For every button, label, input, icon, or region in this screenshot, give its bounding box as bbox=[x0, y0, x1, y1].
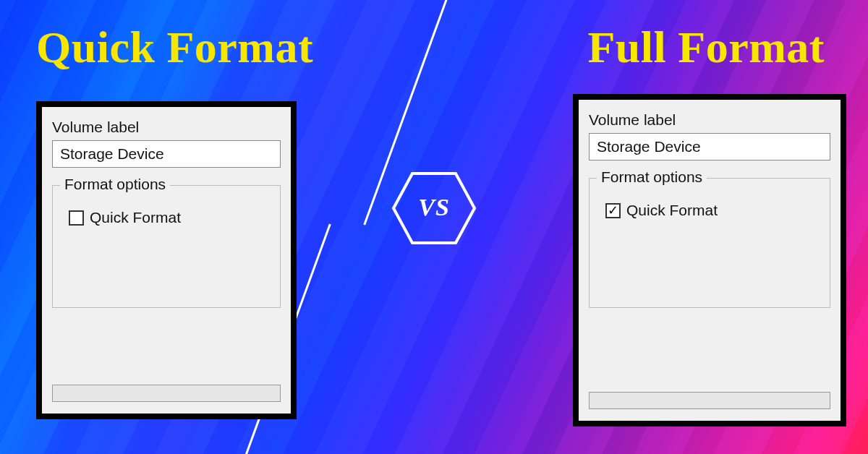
vs-badge: VS bbox=[391, 171, 477, 246]
volume-label-caption: Volume label bbox=[589, 111, 830, 129]
quick-format-row: Quick Format bbox=[69, 209, 268, 226]
volume-label-input[interactable] bbox=[52, 140, 281, 168]
title-full-format: Full Format bbox=[588, 22, 825, 73]
title-quick-format: Quick Format bbox=[36, 22, 313, 73]
format-options-legend: Format options bbox=[597, 168, 707, 186]
quick-format-checkbox[interactable] bbox=[69, 210, 84, 226]
quick-format-label: Quick Format bbox=[626, 202, 718, 219]
quick-format-row: ✓ Quick Format bbox=[605, 202, 818, 219]
volume-label-caption: Volume label bbox=[52, 119, 281, 136]
format-panel-left: Volume label Format options Quick Format bbox=[36, 101, 297, 419]
progress-bar bbox=[52, 385, 281, 402]
format-options-group: Format options ✓ Quick Format bbox=[589, 178, 830, 308]
progress-bar bbox=[589, 392, 830, 409]
volume-label-input[interactable] bbox=[589, 133, 830, 160]
format-options-legend: Format options bbox=[60, 176, 170, 193]
format-panel-right: Volume label Format options ✓ Quick Form… bbox=[573, 94, 846, 427]
vs-text: VS bbox=[418, 194, 450, 221]
quick-format-checkbox[interactable]: ✓ bbox=[605, 203, 621, 218]
quick-format-label: Quick Format bbox=[90, 209, 181, 226]
format-options-group: Format options Quick Format bbox=[52, 185, 281, 308]
